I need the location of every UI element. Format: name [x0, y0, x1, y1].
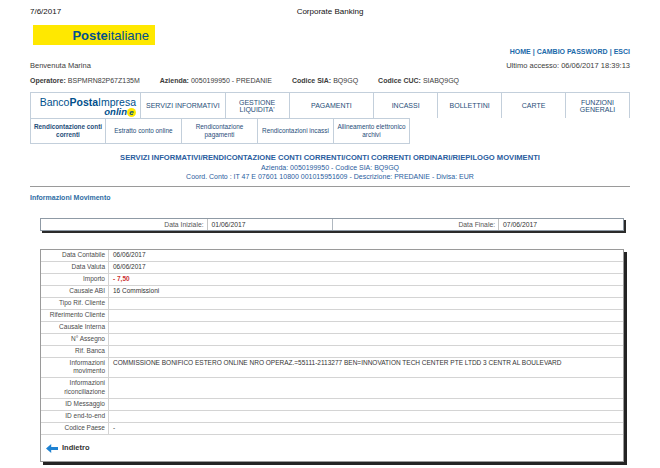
table-row: Causale ABI16 Commissioni [41, 286, 623, 298]
row-value [109, 399, 623, 410]
table-row: Rif. Banca [41, 346, 623, 358]
table-row: N° Assegno [41, 334, 623, 346]
azienda-field: Azienda:0050199950 - PREDANIE [160, 77, 272, 84]
table-row: Importo- 7,50 [41, 274, 623, 286]
row-value: 16 Commissioni [109, 286, 623, 297]
row-label: ID Messaggio [41, 399, 109, 410]
row-label: Data Valuta [41, 262, 109, 273]
table-row: Codice Paese- [41, 423, 623, 435]
codice-sia-value: BQ9GQ [333, 77, 358, 84]
logo-text-bold: Poste [72, 28, 107, 43]
cambio-password-link[interactable]: CAMBIO PASSWORD [537, 48, 608, 55]
subnav-rendicontazioni-incassi[interactable]: Rendicontazioni incassi [258, 118, 334, 144]
codice-cuc-label: Codice CUC: [378, 77, 421, 84]
codice-cuc-field: Codice CUC:SIABQ9GQ [378, 77, 459, 84]
operator-label: Operatore: [30, 77, 66, 84]
row-label: Causale Interna [41, 322, 109, 333]
print-header-spacer [480, 7, 630, 16]
tab-gestione-liquidita[interactable]: GESTIONE LIQUIDITA' [226, 93, 290, 118]
row-value-amount: - 7,50 [109, 274, 623, 285]
divider [30, 186, 630, 187]
table-row: Informazioni riconciliazione [41, 378, 623, 399]
breadcrumb: SERVIZI INFORMATIVI/RENDICONTAZIONE CONT… [0, 153, 660, 162]
row-value [109, 378, 623, 398]
row-label: Informazioni riconciliazione [41, 378, 109, 398]
row-label: Importo [41, 274, 109, 285]
bancoposta-impresa-logo: BancoPostaImpresa online [31, 93, 141, 118]
context-conto-line: Coord. Conto : IT 47 E 07601 10800 00101… [0, 173, 660, 180]
tab-pagamenti[interactable]: PAGAMENTI [290, 93, 375, 118]
context-header: SERVIZI INFORMATIVI/RENDICONTAZIONE CONT… [0, 153, 660, 180]
tab-funzioni-generali[interactable]: FUNZIONI GENERALI [566, 93, 629, 118]
subnav-allineamento-elettronico-archivi[interactable]: Allineamento elettronico archivi [334, 118, 410, 144]
azienda-label: Azienda: [160, 77, 189, 84]
table-row: ID Messaggio [41, 399, 623, 411]
table-row: Informazioni movimentoCOMMISSIONE BONIFI… [41, 358, 623, 379]
row-value [109, 298, 623, 309]
online-e-badge: e [127, 108, 136, 117]
main-nav: BancoPostaImpresa online SERVIZI INFORMA… [30, 92, 630, 118]
row-value [109, 411, 623, 422]
operator-bar: Operatore:BSPMRN82P67Z135M Azienda:00501… [0, 77, 660, 84]
row-label: Informazioni movimento [41, 358, 109, 378]
date-start-label: Data Iniziale: [41, 219, 207, 230]
esci-link[interactable]: ESCI [614, 48, 630, 55]
table-row: Riferimento Cliente [41, 310, 623, 322]
welcome-row: Benvenuta Marina Ultimo accesso: 06/06/2… [0, 61, 660, 70]
tab-carte[interactable]: CARTE [502, 93, 566, 118]
row-label: Data Contabile [41, 250, 109, 261]
codice-sia-field: Codice SIA:BQ9GQ [292, 77, 358, 84]
corporate-banking-page: 7/6/2017 Corporate Banking Posteitaliane… [0, 0, 660, 468]
row-label: ID end-to-end [41, 411, 109, 422]
table-row: Data Contabile06/06/2017 [41, 250, 623, 262]
welcome-text: Benvenuta Marina [30, 61, 91, 70]
date-end-label: Data Finale: [333, 219, 499, 230]
home-link[interactable]: HOME [510, 48, 531, 55]
date-start-input[interactable]: 01/06/2017 [207, 219, 332, 230]
date-filter-bar: Data Iniziale: 01/06/2017 Data Finale: 0… [40, 218, 624, 231]
row-label: N° Assegno [41, 334, 109, 345]
back-button-label: Indietro [62, 443, 90, 452]
operator-field: Operatore:BSPMRN82P67Z135M [30, 77, 140, 84]
subnav-rendicontazione-conti-correnti[interactable]: Rendicontazione conti correnti [30, 118, 106, 144]
poste-italiane-logo: Posteitaliane [33, 25, 155, 45]
back-button[interactable]: Indietro [41, 435, 623, 461]
row-value: COMMISSIONE BONIFICO ESTERO ONLINE NRO O… [109, 358, 623, 378]
table-row: Tipo Rif. Cliente [41, 298, 623, 310]
table-row: Causale Interna [41, 322, 623, 334]
page-title: Corporate Banking [180, 7, 480, 16]
operator-value: BSPMRN82P67Z135M [68, 77, 140, 84]
sub-nav: Rendicontazione conti correnti Estratto … [30, 118, 630, 144]
context-azienda-line: Azienda: 0050199950 - Codice SIA: BQ9GQ [0, 164, 660, 171]
print-date: 7/6/2017 [30, 7, 180, 16]
row-label: Causale ABI [41, 286, 109, 297]
logo-text-regular: italiane [108, 28, 149, 43]
tab-incassi[interactable]: INCASSI [374, 93, 438, 118]
row-value [109, 334, 623, 345]
row-value [109, 310, 623, 321]
date-end-group: Data Finale: 07/06/2017 [333, 219, 624, 230]
row-value [109, 346, 623, 357]
table-row: ID end-to-end [41, 411, 623, 423]
date-start-group: Data Iniziale: 01/06/2017 [41, 219, 333, 230]
tab-servizi-informativi[interactable]: SERVIZI INFORMATIVI [141, 93, 226, 118]
logo-band: Posteitaliane [33, 25, 660, 45]
table-row: Data Valuta06/06/2017 [41, 262, 623, 274]
print-header: 7/6/2017 Corporate Banking [0, 0, 660, 16]
codice-sia-label: Codice SIA: [292, 77, 331, 84]
session-links: HOME|CAMBIO PASSWORD|ESCI [0, 48, 660, 55]
date-end-input[interactable]: 07/06/2017 [498, 219, 623, 230]
row-value [109, 322, 623, 333]
movement-detail-table: Data Contabile06/06/2017 Data Valuta06/0… [40, 249, 624, 462]
tab-bollettini[interactable]: BOLLETTINI [438, 93, 502, 118]
row-label: Riferimento Cliente [41, 310, 109, 321]
subnav-rendicontazione-pagamenti[interactable]: Rendicontazione pagamenti [182, 118, 258, 144]
row-label: Tipo Rif. Cliente [41, 298, 109, 309]
subnav-estratto-conto-online[interactable]: Estratto conto online [106, 118, 182, 144]
row-label: Rif. Banca [41, 346, 109, 357]
row-value: - [109, 423, 623, 434]
codice-cuc-value: SIABQ9GQ [423, 77, 459, 84]
azienda-value: 0050199950 - PREDANIE [191, 77, 272, 84]
last-access-text: Ultimo accesso: 06/06/2017 18:39:13 [506, 61, 630, 70]
section-title: Informazioni Movimento [30, 194, 660, 201]
